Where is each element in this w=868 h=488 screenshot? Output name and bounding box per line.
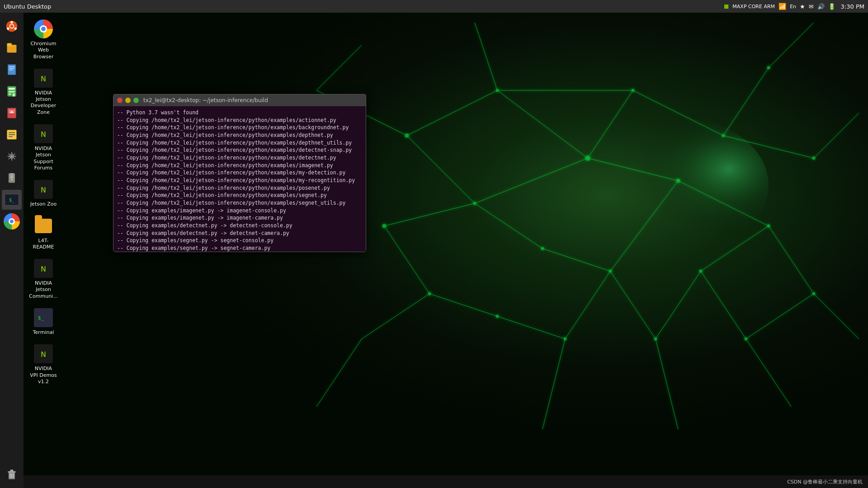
bluetooth-icon: ★ [800, 3, 805, 10]
nvidia-community-icon: N [33, 258, 54, 279]
terminal-svg: $_ [34, 308, 53, 327]
taskbar-item-ubuntu[interactable] [2, 16, 22, 36]
terminal-line: -- Copying /home/tx2_lei/jetson-inferenc… [117, 184, 362, 192]
topbar-right: ■ MAXP CORE ARM 📶 En ★ ✉ 🔊 🔋 3:30 PM [724, 3, 864, 10]
terminal-line: -- Copying examples/detectnet.py -> dete… [117, 222, 362, 230]
terminal-line: -- Copying examples/imagenet.py -> image… [117, 207, 362, 215]
terminal-desktop-icon: $_ [33, 307, 54, 328]
svg-rect-64 [7, 43, 12, 47]
taskbar-item-trash[interactable] [2, 465, 22, 484]
taskbar-item-chromium[interactable] [2, 211, 22, 231]
maxp-label: MAXP CORE ARM [732, 4, 775, 9]
terminal-window[interactable]: tx2_lei@tx2-desktop: ~/jetson-inference/… [113, 94, 366, 252]
taskbar-item-writer[interactable] [2, 60, 22, 80]
topbar-left: Ubuntu Desktop [4, 3, 51, 10]
svg-rect-67 [9, 68, 14, 69]
clock: 3:30 PM [841, 3, 864, 10]
svg-text:N: N [41, 131, 46, 138]
terminal-body[interactable]: -- Python 3.7 wasn't found-- Copying /ho… [113, 106, 366, 252]
writer-icon [5, 63, 18, 76]
impress-icon [5, 107, 18, 119]
taskbar: $_ [0, 13, 24, 488]
terminal-line: -- Copying examples/segnet.py -> segnet-… [117, 237, 362, 244]
taskbar-item-terminal[interactable]: $_ [2, 190, 22, 210]
svg-point-84 [10, 155, 13, 157]
terminal-minimize-button[interactable] [125, 98, 131, 103]
nvidia-jetson-support-svg: N [34, 124, 53, 143]
chromium-label: ChromiumWeb Browser [27, 41, 60, 60]
svg-point-57 [588, 117, 769, 253]
terminal-line: -- Copying /home/tx2_lei/jetson-inferenc… [117, 199, 362, 207]
desktop-icon-jetson-support[interactable]: N NVIDIAJetsonSupportForums [25, 121, 61, 173]
svg-rect-91 [8, 471, 16, 473]
desktop-icons: ChromiumWeb Browser N NVIDIAJetsonDevelo… [25, 16, 61, 387]
svg-rect-92 [10, 470, 14, 472]
svg-rect-82 [9, 136, 13, 137]
terminal-line: -- Python 3.7 wasn't found [117, 109, 362, 117]
desktop-icon-chromium[interactable]: ChromiumWeb Browser [25, 16, 61, 62]
svg-rect-68 [9, 70, 13, 70]
svg-rect-95 [13, 473, 14, 478]
nvidia-status-icon: ■ [724, 3, 729, 9]
battery-icon: 🔋 [828, 3, 835, 10]
nvidia-jetson-zoo-svg: N [34, 180, 53, 199]
svg-rect-80 [9, 132, 15, 133]
svg-rect-93 [10, 473, 11, 478]
terminal-line: -- Copying /home/tx2_lei/jetson-inferenc… [117, 131, 362, 139]
chromium-icon [33, 18, 54, 40]
terminal-maximize-button[interactable] [133, 98, 139, 103]
svg-rect-75 [13, 93, 15, 96]
terminal-line: -- Copying /home/tx2_lei/jetson-inferenc… [117, 146, 362, 154]
wifi-icon: 📶 [778, 3, 786, 10]
terminal-line: -- Copying examples/segnet.py -> segnet-… [117, 244, 362, 252]
taskbar-item-settings[interactable] [2, 146, 22, 166]
svg-rect-88 [10, 177, 14, 178]
taskbar-item-archive[interactable] [2, 168, 22, 188]
vpi-demos-icon: N [33, 343, 54, 365]
vpi-demos-label: NVIDIAVPI Demosv1.2 [30, 366, 57, 385]
terminal-title: tx2_lei@tx2-desktop: ~/jetson-inference/… [143, 97, 268, 103]
trash-icon [5, 468, 18, 481]
svg-rect-66 [9, 66, 14, 67]
jetson-dev-icon: N [33, 67, 54, 89]
svg-text:N: N [41, 186, 46, 194]
taskbar-item-calc[interactable] [2, 81, 22, 101]
desktop-icon-jetson-zoo[interactable]: N Jetson Zoo [25, 177, 61, 209]
vpi-demos-svg: N [34, 344, 53, 363]
volume-icon: 🔊 [817, 3, 825, 10]
taskbar-item-files[interactable] [2, 38, 22, 58]
svg-rect-70 [9, 88, 15, 89]
ubuntu-logo-icon [5, 20, 18, 33]
nvidia-community-label: NVIDIAJetsonCommuni... [29, 280, 57, 300]
svg-point-61 [14, 28, 17, 30]
svg-text:N: N [41, 75, 46, 83]
taskbar-item-impress[interactable] [2, 103, 22, 123]
jetson-zoo-label: Jetson Zoo [30, 201, 57, 207]
svg-point-60 [7, 28, 9, 30]
jetson-dev-label: NVIDIAJetsonDeveloperZone [31, 90, 57, 116]
desktop-icon-jetson-dev[interactable]: N NVIDIAJetsonDeveloperZone [25, 66, 61, 117]
terminal-line: -- Copying /home/tx2_lei/jetson-inferenc… [117, 177, 362, 184]
desktop-icon-nvidia-community[interactable]: N NVIDIAJetsonCommuni... [25, 256, 61, 301]
svg-rect-87 [10, 176, 14, 177]
svg-rect-74 [9, 93, 11, 95]
svg-text:N: N [41, 265, 46, 273]
desktop-icon-l4t-readme[interactable]: L4T-README [25, 213, 61, 253]
taskbar-item-notes[interactable] [2, 125, 22, 145]
mail-icon: ✉ [809, 3, 814, 10]
nvidia-community-svg: N [34, 259, 53, 278]
nvidia-jetson-dev-svg: N [34, 69, 53, 88]
svg-point-59 [10, 21, 13, 23]
terminal-line: -- Copying /home/tx2_lei/jetson-inferenc… [117, 169, 362, 177]
desktop-icon-vpi-demos[interactable]: N NVIDIAVPI Demosv1.2 [25, 341, 61, 387]
svg-rect-81 [9, 134, 15, 135]
desktop: Ubuntu Desktop ■ MAXP CORE ARM 📶 En ★ ✉ … [0, 0, 868, 488]
terminal-taskbar-icon: $_ [5, 194, 19, 206]
terminal-line: -- Copying /home/tx2_lei/jetson-inferenc… [117, 192, 362, 199]
desktop-icon-terminal[interactable]: $_ Terminal [25, 305, 61, 338]
terminal-line: -- Copying /home/tx2_lei/jetson-inferenc… [117, 117, 362, 124]
terminal-close-button[interactable] [117, 98, 123, 103]
terminal-line: -- Copying /home/tx2_lei/jetson-inferenc… [117, 162, 362, 169]
jetson-support-icon: N [33, 123, 54, 145]
svg-text:N: N [41, 351, 46, 358]
